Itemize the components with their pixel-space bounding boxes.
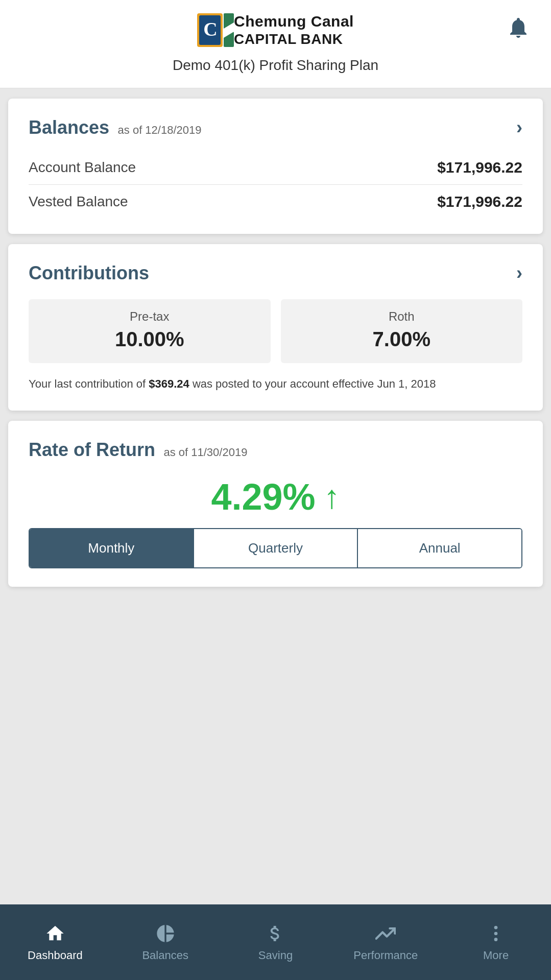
nav-label-balances: Balances	[142, 949, 188, 962]
vested-balance-label: Vested Balance	[29, 194, 128, 210]
logo-line1: Chemung Canal	[234, 12, 354, 31]
logo-line2: CAPITAL BANK	[234, 31, 354, 48]
nav-item-more[interactable]: More	[441, 904, 551, 980]
pie-chart-icon	[154, 922, 177, 945]
roth-value: 7.00%	[289, 328, 515, 351]
balances-chevron-icon: ›	[516, 117, 522, 138]
tab-annual[interactable]: Annual	[358, 529, 521, 567]
tab-quarterly[interactable]: Quarterly	[194, 529, 357, 567]
logo: C Chemung Canal CAPITAL BANK	[197, 12, 354, 48]
vested-balance-row: Vested Balance $171,996.22	[29, 188, 522, 216]
more-dots-icon	[485, 922, 507, 945]
contributions-chevron-icon: ›	[516, 262, 522, 284]
balances-card-header[interactable]: Balances as of 12/18/2019 ›	[29, 117, 522, 138]
pretax-box: Pre-tax 10.00%	[29, 299, 271, 363]
bell-icon	[506, 15, 531, 40]
nav-item-performance[interactable]: Performance	[330, 904, 441, 980]
svg-point-6	[494, 926, 498, 929]
ror-title: Rate of Return	[29, 439, 155, 460]
tab-monthly[interactable]: Monthly	[30, 529, 193, 567]
balance-divider	[29, 184, 522, 185]
ror-card: Rate of Return as of 11/30/2019 4.29% ↑ …	[8, 421, 543, 587]
balances-title: Balances	[29, 117, 109, 138]
notification-bell-button[interactable]	[506, 15, 531, 42]
nav-label-performance: Performance	[353, 949, 418, 962]
nav-label-more: More	[483, 949, 509, 962]
vested-balance-value: $171,996.22	[437, 193, 522, 210]
svg-text:C: C	[203, 18, 217, 40]
roth-label: Roth	[289, 309, 515, 324]
dollar-icon	[264, 922, 286, 945]
balances-date: as of 12/18/2019	[118, 124, 202, 136]
ror-value-display: 4.29% ↑	[29, 476, 522, 518]
ror-date: as of 11/30/2019	[163, 446, 247, 459]
nav-item-saving[interactable]: Saving	[221, 904, 331, 980]
balances-title-group: Balances as of 12/18/2019	[29, 117, 201, 138]
ror-title-group: Rate of Return as of 11/30/2019	[29, 439, 247, 461]
contribution-amount: $369.24	[149, 377, 189, 390]
roth-box: Roth 7.00%	[281, 299, 523, 363]
nav-label-dashboard: Dashboard	[28, 949, 83, 962]
content-spacer	[8, 597, 543, 894]
ror-period-tabs: Monthly Quarterly Annual	[29, 528, 522, 568]
contributions-card: Contributions › Pre-tax 10.00% Roth 7.00…	[8, 244, 543, 411]
nav-label-saving: Saving	[258, 949, 293, 962]
balances-card: Balances as of 12/18/2019 › Account Bala…	[8, 99, 543, 234]
contribution-boxes: Pre-tax 10.00% Roth 7.00%	[29, 299, 522, 363]
main-content: Balances as of 12/18/2019 › Account Bala…	[0, 88, 551, 904]
plan-name: Demo 401(k) Profit Sharing Plan	[0, 57, 551, 88]
svg-point-7	[494, 932, 498, 936]
ror-percentage: 4.29%	[211, 476, 315, 518]
logo-icon: C	[197, 13, 234, 47]
contributions-card-header[interactable]: Contributions ›	[29, 262, 522, 284]
ror-direction-icon: ↑	[324, 478, 340, 516]
ror-card-header: Rate of Return as of 11/30/2019	[29, 439, 522, 461]
bottom-navigation: Dashboard Balances Saving Performance	[0, 904, 551, 980]
logo-text: Chemung Canal CAPITAL BANK	[234, 12, 354, 48]
home-icon	[44, 922, 66, 945]
pretax-value: 10.00%	[37, 328, 262, 351]
contribution-note: Your last contribution of $369.24 was po…	[29, 375, 522, 392]
trending-up-icon	[374, 922, 397, 945]
account-balance-label: Account Balance	[29, 159, 136, 176]
pretax-label: Pre-tax	[37, 309, 262, 324]
account-balance-value: $171,996.22	[437, 159, 522, 176]
account-balance-row: Account Balance $171,996.22	[29, 154, 522, 181]
contributions-title: Contributions	[29, 262, 149, 284]
nav-item-dashboard[interactable]: Dashboard	[0, 904, 110, 980]
svg-point-8	[494, 938, 498, 941]
app-header: C Chemung Canal CAPITAL BANK	[0, 0, 551, 57]
nav-item-balances[interactable]: Balances	[110, 904, 221, 980]
